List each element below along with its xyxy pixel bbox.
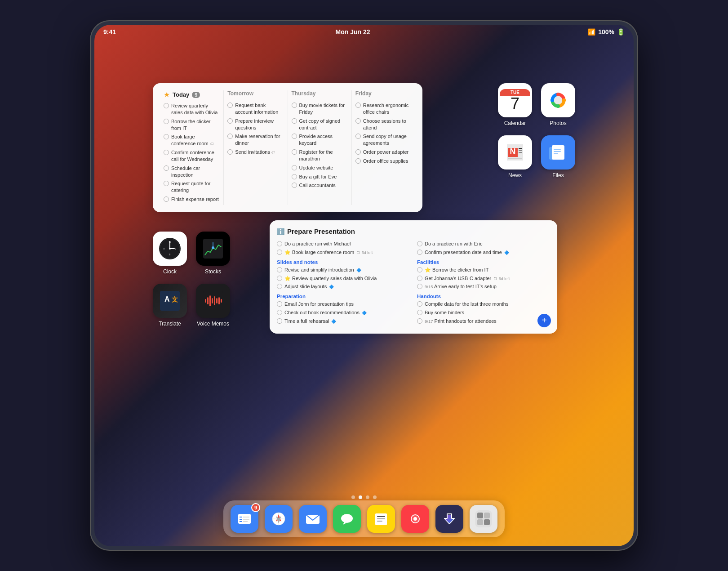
dock-notes[interactable] xyxy=(367,505,395,533)
pres-circle xyxy=(277,310,282,315)
pres-item[interactable]: 9/15 Arrive early to test IT's setup xyxy=(417,283,550,290)
dock-mail[interactable] xyxy=(299,505,327,533)
stocks-icon[interactable] xyxy=(196,232,230,266)
photos-icon[interactable] xyxy=(541,83,575,117)
svg-rect-10 xyxy=(508,158,522,159)
reminder-col-today: ★ Today 9 Review quarterly sales data wi… xyxy=(160,90,224,205)
reminder-item[interactable]: Review quarterly sales data with Olivia xyxy=(164,103,220,116)
ipad-frame: 9:41 Mon Jun 22 📶 100% 🔋 ★ Today 9 xyxy=(90,20,638,551)
dock-shortcuts[interactable] xyxy=(435,505,463,533)
reminder-item[interactable]: Prepare interview questions xyxy=(227,118,284,131)
voicememos-icon[interactable] xyxy=(196,284,230,318)
svg-point-20 xyxy=(169,248,171,250)
pres-item[interactable]: Adjust slide layouts 🔷 xyxy=(277,283,410,290)
reminder-item[interactable]: Request bank account information xyxy=(227,102,284,116)
reminder-item[interactable]: Finish expense report xyxy=(164,196,220,203)
svg-rect-38 xyxy=(218,297,220,304)
app-icon-news[interactable]: N News xyxy=(498,135,532,178)
svg-rect-69 xyxy=(477,513,483,518)
reminder-item[interactable]: Call accountants xyxy=(292,182,348,189)
svg-point-3 xyxy=(556,104,560,108)
reminders-badge: 9 xyxy=(251,503,260,512)
app-icon-translate[interactable]: A 文 Translate xyxy=(153,284,187,327)
reminder-item[interactable]: Confirm conference call for Wednesday xyxy=(164,149,220,163)
pres-item[interactable]: Confirm presentation date and time 🔷 xyxy=(417,249,550,256)
reminder-item[interactable]: Order power adapter xyxy=(355,149,412,156)
dock-music[interactable] xyxy=(401,505,429,533)
pres-item[interactable]: Do a practice run with Michael xyxy=(277,241,410,247)
pres-item[interactable]: ⭐ Borrow the clicker from IT xyxy=(417,267,550,273)
news-icon[interactable]: N xyxy=(498,135,532,170)
reminder-item[interactable]: Buy a gift for Eve xyxy=(292,174,348,180)
pres-item[interactable]: ⭐ Book large conference room 🗒 3d left xyxy=(277,249,410,256)
pres-item[interactable]: Time a full rehearsal 🔷 xyxy=(277,318,410,325)
svg-rect-70 xyxy=(484,513,490,518)
dock-reminders[interactable]: 9 xyxy=(231,505,258,533)
page-dots xyxy=(351,495,377,499)
translate-icon[interactable]: A 文 xyxy=(153,284,187,318)
pres-item[interactable]: Do a practice run with Eric xyxy=(417,241,550,247)
pres-item[interactable]: Compile data for the last three months xyxy=(417,301,550,308)
page-dot-1[interactable] xyxy=(351,495,355,499)
app-icon-clock[interactable]: 12 6 9 3 Clock xyxy=(153,232,187,275)
page-dot-4[interactable] xyxy=(373,495,377,499)
battery-icon: 🔋 xyxy=(617,28,625,36)
clock-icon[interactable]: 12 6 9 3 xyxy=(153,232,187,266)
reminder-item[interactable]: Request quote for catering xyxy=(164,180,220,194)
pres-circle xyxy=(417,318,422,324)
app-icon-photos[interactable]: Photos xyxy=(541,83,575,126)
add-task-button[interactable]: + xyxy=(537,314,551,327)
reminder-item[interactable]: Buy movie tickets for Friday xyxy=(292,102,348,116)
pres-item[interactable]: 9/17 Print handouts for attendees xyxy=(417,318,550,325)
status-date: Mon Jun 22 xyxy=(336,28,370,36)
reminder-item[interactable]: Provide access keycard xyxy=(292,133,348,147)
tomorrow-header: Tomorrow xyxy=(227,90,284,98)
page-dot-2[interactable] xyxy=(359,495,362,499)
dock-safari[interactable] xyxy=(265,505,293,533)
reminder-col-friday: Friday Research ergonomic office chairs … xyxy=(352,90,415,205)
reminder-widget: ★ Today 9 Review quarterly sales data wi… xyxy=(153,83,422,212)
dock-appswitcher[interactable] xyxy=(470,505,497,533)
svg-rect-61 xyxy=(377,516,385,517)
dock-messages[interactable] xyxy=(333,505,361,533)
pres-item[interactable]: Buy some binders xyxy=(417,309,550,316)
reminder-item[interactable]: Make reservation for dinner xyxy=(227,133,284,147)
app-icon-stocks[interactable]: Stocks xyxy=(196,232,230,275)
svg-point-2 xyxy=(562,98,566,102)
reminder-item[interactable]: Borrow the clicker from IT xyxy=(164,118,220,132)
pres-item[interactable]: Check out book recommendations 🔷 xyxy=(277,309,410,316)
reminder-item[interactable]: Research ergonomic office chairs xyxy=(355,102,412,116)
reminder-item[interactable]: Update website xyxy=(292,165,348,171)
app-icon-voicememos[interactable]: Voice Memos xyxy=(196,284,230,327)
pres-circle xyxy=(277,301,282,307)
files-icon[interactable] xyxy=(541,135,575,170)
pres-item[interactable]: Email John for presentation tips xyxy=(277,301,410,308)
svg-text:N: N xyxy=(510,147,516,156)
calendar-icon[interactable]: TUE 7 xyxy=(498,83,532,117)
status-time: 9:41 xyxy=(103,28,116,36)
reminder-item[interactable]: Choose sessions to attend xyxy=(355,118,412,131)
status-bar: 9:41 Mon Jun 22 📶 100% 🔋 xyxy=(94,25,634,39)
pres-item[interactable]: Revise and simplify introduction 🔷 xyxy=(277,267,410,273)
reminder-item[interactable]: Send copy of usage agreements xyxy=(355,133,412,147)
reminder-col-thursday: Thursday Buy movie tickets for Friday Ge… xyxy=(288,90,352,205)
reminder-circle xyxy=(164,196,169,202)
reminder-circle xyxy=(227,149,233,155)
presentation-widget: ℹ️ Prepare Presentation Do a practice ru… xyxy=(270,220,557,334)
pres-circle xyxy=(417,310,422,315)
reminder-item[interactable]: Order office supplies xyxy=(355,158,412,165)
reminder-item[interactable]: Get copy of signed contract xyxy=(292,118,348,131)
section-header-facilities: Facilities xyxy=(417,259,550,265)
svg-rect-12 xyxy=(552,145,564,160)
app-icon-files[interactable]: Files xyxy=(541,135,575,178)
page-dot-3[interactable] xyxy=(366,495,369,499)
pres-item[interactable]: ⭐ Review quarterly sales data with Olivi… xyxy=(277,275,410,282)
reminder-circle xyxy=(227,118,233,124)
pres-item[interactable]: Get Johanna's USB-C adapter 🗒 6d left xyxy=(417,275,550,282)
app-icon-calendar[interactable]: TUE 7 Calendar xyxy=(498,83,532,126)
reminder-item[interactable]: Book large conference room 🏷 xyxy=(164,134,220,147)
reminder-item[interactable]: Send invitations 🏷 xyxy=(227,149,284,156)
reminder-item[interactable]: Schedule car inspection xyxy=(164,165,220,178)
reminder-circle xyxy=(292,134,297,139)
reminder-item[interactable]: Register for the marathon xyxy=(292,149,348,162)
